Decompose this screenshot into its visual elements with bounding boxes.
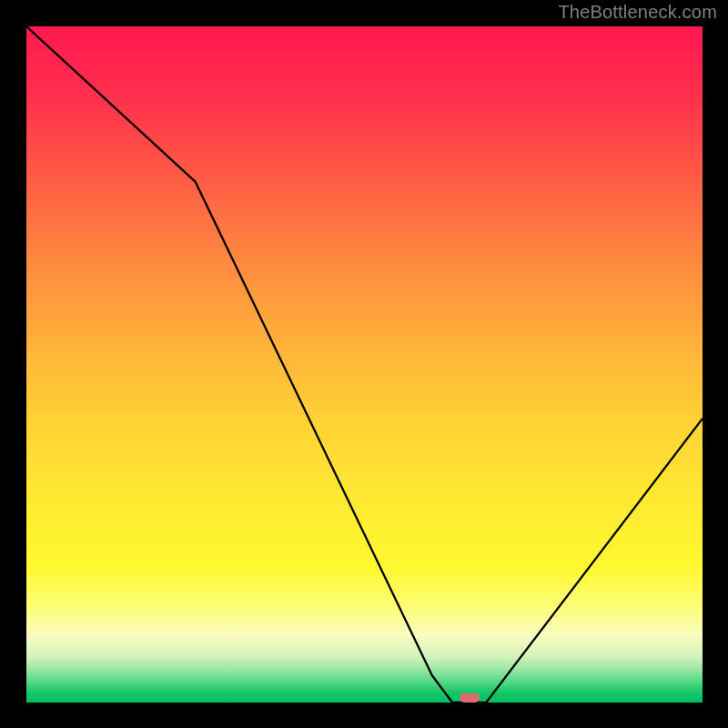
bottleneck-curve: [26, 26, 703, 703]
plot-area: [26, 26, 703, 703]
value-marker: [460, 693, 480, 703]
watermark-text: TheBottleneck.com: [558, 2, 717, 23]
chart-frame: TheBottleneck.com: [0, 0, 728, 728]
